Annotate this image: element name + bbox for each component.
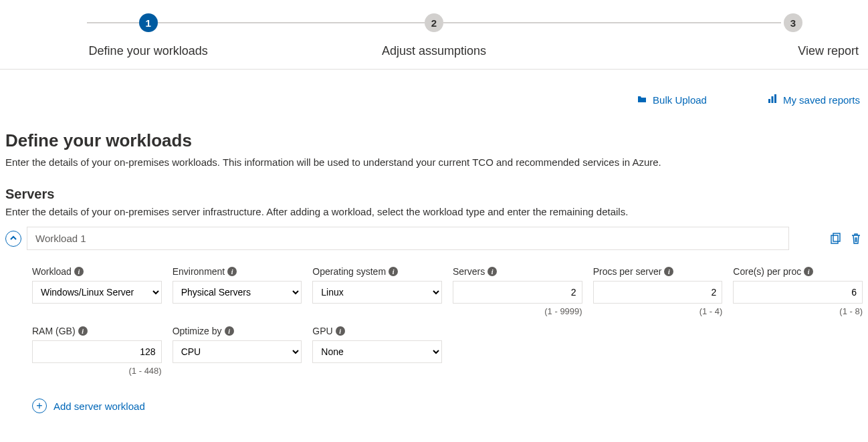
field-hint: (1 - 4) [593,306,723,316]
field-operating-system: Operating system i Linux [312,266,442,316]
field-servers: Servers i (1 - 9999) [453,266,582,316]
servers-heading: Servers [5,187,863,202]
field-label: Core(s) per proc i [733,266,863,277]
field-label: Operating system i [312,266,442,277]
step-adjust-assumptions[interactable]: 2 Adjust assumptions [291,13,576,58]
field-label: Procs per server i [593,266,723,277]
svg-rect-4 [833,233,840,241]
field-hint: (1 - 8) [733,306,863,316]
field-label: Optimize by i [173,326,302,336]
link-label: Bulk Upload [653,94,707,106]
workload-fields-row1: Workload i Windows/Linux Server Environm… [32,266,863,316]
step-number: 2 [425,13,443,32]
top-links: Bulk Upload My saved reports [0,70,868,112]
link-label: My saved reports [783,94,860,106]
workload-name-input[interactable] [27,227,789,250]
field-environment: Environment i Physical Servers [173,266,302,316]
step-number: 3 [784,13,802,32]
label-text: Environment [173,266,225,277]
label-text: Core(s) per proc [733,266,801,277]
field-workload: Workload i Windows/Linux Server [32,266,162,316]
label-text: Operating system [312,266,386,277]
optimize-select[interactable]: CPU [173,340,302,363]
step-number: 1 [139,13,158,32]
field-hint: (1 - 448) [32,366,162,376]
workload-select[interactable]: Windows/Linux Server [32,281,162,304]
field-label: Environment i [173,266,302,277]
ram-input[interactable] [32,340,162,363]
delete-button[interactable] [849,232,863,245]
field-gpu: GPU i None [312,326,442,376]
upload-icon [637,94,647,106]
add-server-workload-button[interactable]: + Add server workload [32,399,863,413]
main-content: Define your workloads Enter the details … [0,112,868,427]
workload-row-actions [828,232,863,245]
collapse-toggle[interactable] [5,231,21,247]
info-icon[interactable]: i [389,267,398,276]
stepper: 1 Define your workloads 2 Adjust assumpt… [0,0,868,70]
info-icon[interactable]: i [78,326,88,336]
label-text: RAM (GB) [32,326,76,336]
field-procs-per-server: Procs per server i (1 - 4) [593,266,723,316]
step-define-workloads[interactable]: 1 Define your workloads [5,13,291,58]
field-optimize-by: Optimize by i CPU [173,326,302,376]
step-view-report[interactable]: 3 View report [577,13,863,58]
cores-input[interactable] [733,281,863,304]
info-icon[interactable]: i [225,326,234,336]
workload-fields-row2: RAM (GB) i (1 - 448) Optimize by i CPU G… [32,326,863,376]
procs-input[interactable] [593,281,723,304]
info-icon[interactable]: i [487,267,497,276]
bulk-upload-link[interactable]: Bulk Upload [637,94,707,106]
info-icon[interactable]: i [664,267,673,276]
field-label: Servers i [453,266,582,277]
servers-input[interactable] [453,281,582,304]
operating-system-select[interactable]: Linux [312,281,442,304]
stepper-line [443,22,781,23]
my-saved-reports-link[interactable]: My saved reports [767,94,860,106]
servers-subtext: Enter the details of your on-premises se… [5,206,863,217]
label-text: Servers [453,266,485,277]
field-label: Workload i [32,266,162,277]
gpu-select[interactable]: None [312,340,442,363]
info-icon[interactable]: i [804,267,813,276]
field-hint: (1 - 9999) [453,306,582,316]
environment-select[interactable]: Physical Servers [173,281,302,304]
field-ram: RAM (GB) i (1 - 448) [32,326,162,376]
field-label: GPU i [312,326,442,336]
duplicate-button[interactable] [828,232,841,245]
field-label: RAM (GB) i [32,326,162,336]
label-text: Procs per server [593,266,662,277]
trash-icon [849,237,863,247]
copy-icon [828,237,841,247]
page-subtext: Enter the details of your on-premises wo… [5,156,863,168]
svg-rect-0 [768,99,770,103]
workload-header-row [5,227,863,250]
svg-rect-2 [774,94,776,103]
label-text: GPU [312,326,332,336]
field-cores-per-proc: Core(s) per proc i (1 - 8) [733,266,863,316]
info-icon[interactable]: i [227,267,237,276]
svg-rect-1 [771,96,773,103]
chevron-up-icon [9,233,17,244]
plus-icon: + [32,399,47,413]
info-icon[interactable]: i [336,326,345,336]
step-label: Define your workloads [89,44,208,58]
svg-rect-3 [831,235,838,243]
info-icon[interactable]: i [74,267,84,276]
add-label: Add server workload [53,401,145,412]
bar-chart-icon [767,94,778,106]
stepper-line [87,22,425,23]
step-label: Adjust assumptions [382,44,486,58]
page-title: Define your workloads [5,130,863,151]
step-label: View report [798,44,859,58]
label-text: Optimize by [173,326,222,336]
label-text: Workload [32,266,72,277]
